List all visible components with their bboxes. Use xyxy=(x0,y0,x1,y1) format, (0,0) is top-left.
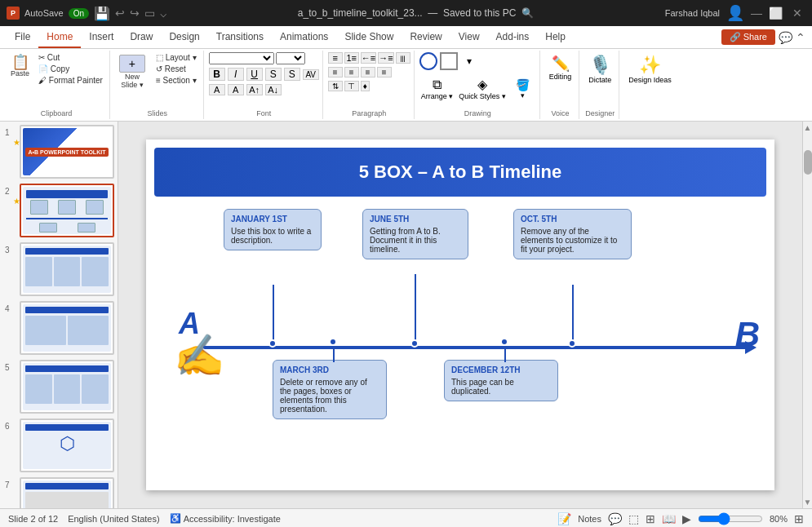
font-size-up-button[interactable]: A↑ xyxy=(246,84,263,95)
scroll-down-icon[interactable]: ▼ xyxy=(802,496,812,508)
timeline-box-4[interactable]: MARCH 3RD Delete or remove any of the pa… xyxy=(273,360,387,419)
paste-icon: 📋 xyxy=(11,55,29,69)
view-normal-icon[interactable]: ⬚ xyxy=(628,512,639,525)
view-reading-icon[interactable]: 📖 xyxy=(662,512,676,525)
scroll-up-icon[interactable]: ▲ xyxy=(802,122,812,134)
shadow-button[interactable]: S xyxy=(284,68,300,81)
tab-file[interactable]: File xyxy=(7,26,38,48)
slide-thumb-1[interactable]: A•B POWERPOINT TOOLKIT xyxy=(20,125,114,179)
tab-design[interactable]: Design xyxy=(161,26,207,48)
font-size-select[interactable] xyxy=(276,52,305,64)
tab-draw[interactable]: Draw xyxy=(122,26,161,48)
timeline-area: A ✍️ B JANUARY 1ST Use this box to write… xyxy=(154,201,766,482)
align-right-button[interactable]: ≡ xyxy=(361,67,375,78)
editing-button[interactable]: ✏️ Editing xyxy=(545,52,576,83)
more-icon[interactable]: ⌵ xyxy=(160,7,166,20)
redo-icon[interactable]: ↪ xyxy=(130,7,140,20)
slide-thumb-5[interactable] xyxy=(20,360,114,414)
notes-icon[interactable]: 📝 xyxy=(557,512,571,525)
new-slide-button[interactable]: + NewSlide ▾ xyxy=(115,52,149,91)
close-icon[interactable]: ✕ xyxy=(789,5,805,21)
share-button[interactable]: 🔗 Share xyxy=(721,29,775,45)
justify-button[interactable]: ≡ xyxy=(377,67,392,78)
slide-thumb-3[interactable] xyxy=(20,242,114,296)
slides-panel[interactable]: 1 ★ A•B POWERPOINT TOOLKIT 2 ★ xyxy=(0,122,118,508)
columns-button[interactable]: ⫼ xyxy=(396,52,410,64)
align-center-button[interactable]: ≡ xyxy=(344,67,359,78)
shape-fill-button[interactable]: 🪣 ▾ xyxy=(510,75,536,102)
undo-icon[interactable]: ↩ xyxy=(115,7,125,20)
slide-thumb-2[interactable] xyxy=(20,184,114,237)
tab-slideshow[interactable]: Slide Show xyxy=(336,26,402,48)
reset-button[interactable]: ↺ Reset xyxy=(153,64,200,74)
slide-thumb-4[interactable] xyxy=(20,301,114,355)
tab-animations[interactable]: Animations xyxy=(272,26,336,48)
shape-rect[interactable] xyxy=(440,52,458,70)
format-painter-button[interactable]: 🖌 Format Painter xyxy=(35,75,106,86)
smartart-button[interactable]: ♦ xyxy=(361,81,370,91)
numbering-button[interactable]: 1≡ xyxy=(344,52,359,64)
timeline-box-1[interactable]: JANUARY 1ST Use this box to write a desc… xyxy=(224,209,322,250)
view-slide-sorter-icon[interactable]: ⊞ xyxy=(646,512,655,525)
align-left-button[interactable]: ≡ xyxy=(328,67,343,78)
highlight-button[interactable]: A xyxy=(228,84,244,95)
autosave-badge[interactable]: On xyxy=(69,8,89,19)
shape-oval[interactable] xyxy=(419,52,437,70)
section-button[interactable]: ≡ Section ▾ xyxy=(153,75,200,86)
tab-review[interactable]: Review xyxy=(402,26,450,48)
bullets-button[interactable]: ≡ xyxy=(328,52,343,64)
zoom-slider[interactable] xyxy=(698,512,763,525)
present-icon[interactable]: ▭ xyxy=(144,7,155,20)
view-presenter-icon[interactable]: ▶ xyxy=(682,512,691,525)
timeline-box-5[interactable]: DECEMBER 12TH This page can be duplicate… xyxy=(444,360,558,401)
dictate-button[interactable]: 🎙️ Dictate xyxy=(584,52,615,86)
connector-3 xyxy=(572,285,574,343)
bold-button[interactable]: B xyxy=(209,68,225,81)
quick-styles-button[interactable]: ◈ Quick Styles ▾ xyxy=(457,75,508,102)
shape-more[interactable]: ▾ xyxy=(460,52,478,70)
font-family-select[interactable] xyxy=(209,52,274,64)
accessibility-area[interactable]: ♿ Accessibility: Investigate xyxy=(170,513,281,524)
italic-button[interactable]: I xyxy=(228,68,244,81)
paste-button[interactable]: 📋 Paste xyxy=(7,52,33,80)
slide-thumb-7[interactable] xyxy=(20,477,114,508)
ribbon-collapse-icon[interactable]: ⌃ xyxy=(796,31,805,44)
tab-addins[interactable]: Add-ins xyxy=(488,26,538,48)
slide-canvas[interactable]: 5 BOX – A to B Timeline A ✍️ B JANUARY 1… xyxy=(146,140,774,490)
strikethrough-button[interactable]: S xyxy=(265,68,282,81)
design-ideas-button[interactable]: ✨ Design Ideas xyxy=(624,52,676,86)
text-direction-button[interactable]: ⇅ xyxy=(328,81,343,91)
timeline-box-2[interactable]: JUNE 5TH Getting from A to B. Document i… xyxy=(362,209,468,259)
align-text-button[interactable]: ⊤ xyxy=(344,81,359,91)
char-spacing-button[interactable]: AV xyxy=(303,69,319,80)
vertical-scrollbar[interactable]: ▲ ▼ xyxy=(802,122,812,508)
minimize-icon[interactable]: — xyxy=(751,7,762,20)
paragraph-label: Paragraph xyxy=(352,108,386,117)
save-icon[interactable]: 💾 xyxy=(94,6,110,21)
decrease-indent-button[interactable]: ←≡ xyxy=(361,52,376,64)
tab-transitions[interactable]: Transitions xyxy=(208,26,272,48)
fit-to-window-icon[interactable]: ⊞ xyxy=(794,512,804,525)
ribbon-group-slides: + NewSlide ▾ ⬚ Layout ▾ ↺ Reset ≡ Sectio… xyxy=(112,51,204,119)
notes-label[interactable]: Notes xyxy=(578,514,601,524)
cut-button[interactable]: ✂ Cut xyxy=(35,52,106,63)
increase-indent-button[interactable]: →≡ xyxy=(378,52,393,64)
arrange-button[interactable]: ⧉ Arrange ▾ xyxy=(419,75,455,102)
dot-2 xyxy=(410,339,419,348)
font-size-down-button[interactable]: A↓ xyxy=(265,84,282,95)
slide-thumb-6[interactable]: ⬡ xyxy=(20,418,114,472)
scroll-thumb[interactable] xyxy=(804,150,812,175)
font-color-button[interactable]: A xyxy=(209,84,225,95)
copy-button[interactable]: 📄 Copy xyxy=(35,64,106,74)
tab-insert[interactable]: Insert xyxy=(81,26,122,48)
filename-area: a_to_b_timeline_toolkit_23... — Saved to… xyxy=(298,7,534,19)
tab-view[interactable]: View xyxy=(450,26,488,48)
timeline-box-3[interactable]: OCT. 5TH Remove any of the elements to c… xyxy=(513,209,632,259)
comment-icon[interactable]: 💬 xyxy=(779,31,792,44)
tab-help[interactable]: Help xyxy=(537,26,574,48)
restore-icon[interactable]: ⬜ xyxy=(769,7,783,20)
tab-home[interactable]: Home xyxy=(38,26,81,48)
comments-icon[interactable]: 💬 xyxy=(608,512,622,525)
layout-button[interactable]: ⬚ Layout ▾ xyxy=(153,52,200,63)
underline-button[interactable]: U xyxy=(246,68,263,81)
